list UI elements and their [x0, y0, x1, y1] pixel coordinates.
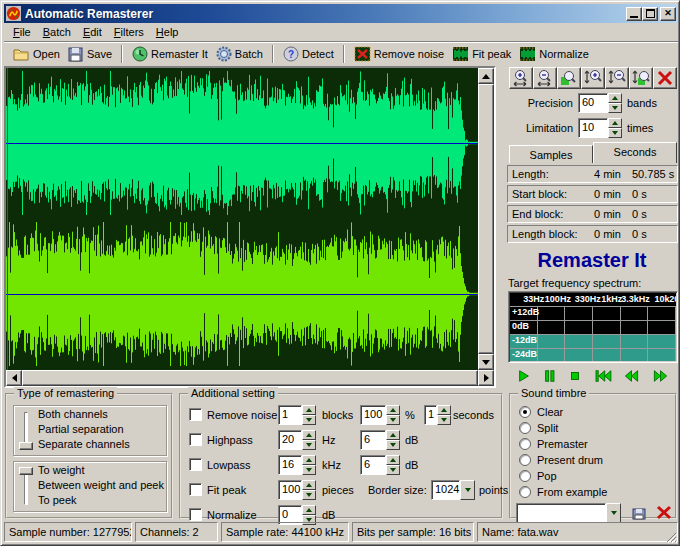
menu-filters[interactable]: Filters: [108, 25, 150, 39]
spin-down-button[interactable]: [608, 128, 622, 138]
timbre-option-split[interactable]: Split: [519, 421, 558, 435]
batch-button[interactable]: Batch: [212, 43, 267, 65]
scroll-left-button[interactable]: [6, 370, 22, 386]
horizontal-scroll-thumb[interactable]: [22, 370, 478, 386]
reset-zoom-icon[interactable]: [653, 67, 677, 89]
target-frequency-spectrum[interactable]: 33Hz 100Hz 330Hz 1kHz 3.3kHz 10k 20 +12d…: [508, 291, 678, 363]
pieces-stepper[interactable]: 100: [278, 480, 316, 500]
spin-up-button[interactable]: [302, 455, 316, 465]
tab-samples[interactable]: Samples: [509, 145, 593, 163]
option-between-weight-peek[interactable]: Between weight and peek: [38, 479, 164, 491]
remove-noise-checkbox[interactable]: [189, 408, 202, 421]
open-button[interactable]: Open: [9, 43, 64, 65]
radio-icon[interactable]: [519, 406, 531, 418]
timbre-option-from-example[interactable]: From example: [519, 485, 607, 499]
zoom-out-vertical-icon[interactable]: [605, 67, 629, 89]
radio-icon[interactable]: [519, 470, 531, 482]
spin-down-button[interactable]: [302, 440, 316, 450]
menu-batch[interactable]: Batch: [37, 25, 77, 39]
scroll-down-button[interactable]: [478, 354, 494, 370]
spin-up-button[interactable]: [302, 405, 316, 415]
highpass-checkbox[interactable]: [189, 433, 202, 446]
radio-icon[interactable]: [519, 454, 531, 466]
menu-edit[interactable]: Edit: [77, 25, 108, 39]
app-icon[interactable]: [6, 6, 21, 21]
zoom-in-horizontal-icon[interactable]: [509, 67, 533, 89]
lowpass-freq-stepper[interactable]: 16: [278, 455, 316, 475]
radio-icon[interactable]: [519, 486, 531, 498]
rewind-button[interactable]: [623, 369, 640, 383]
spin-up-button[interactable]: [386, 405, 400, 415]
percent-stepper[interactable]: 100: [360, 405, 400, 425]
weight-mode-slider[interactable]: [18, 466, 34, 507]
spin-down-button[interactable]: [302, 415, 316, 425]
spin-down-button[interactable]: [608, 103, 622, 113]
vertical-scrollbar[interactable]: [478, 68, 494, 370]
limitation-stepper[interactable]: 10: [578, 118, 622, 138]
spin-down-button[interactable]: [386, 465, 400, 475]
resize-grip[interactable]: [665, 531, 677, 543]
highpass-db-stepper[interactable]: 6: [360, 430, 400, 450]
remaster-it-button[interactable]: Remaster It: [128, 43, 212, 65]
zoom-out-horizontal-icon[interactable]: [533, 67, 557, 89]
skip-to-start-button[interactable]: [594, 369, 612, 383]
spin-up-button[interactable]: [302, 480, 316, 490]
highpass-freq-stepper[interactable]: 20: [278, 430, 316, 450]
option-both-channels[interactable]: Both channels: [38, 408, 108, 420]
slider-thumb[interactable]: [19, 442, 33, 450]
zoom-in-vertical-icon[interactable]: [581, 67, 605, 89]
timbre-option-pop[interactable]: Pop: [519, 469, 557, 483]
pause-button[interactable]: [543, 369, 557, 383]
spin-up-button[interactable]: [302, 430, 316, 440]
spin-down-button[interactable]: [302, 465, 316, 475]
spin-down-button[interactable]: [386, 415, 400, 425]
detect-button[interactable]: ? Detect: [279, 43, 338, 65]
option-separate-channels[interactable]: Separate channels: [38, 438, 130, 450]
option-partial-separation[interactable]: Partial separation: [38, 423, 124, 435]
channel-mode-slider[interactable]: [18, 410, 34, 451]
spin-up-button[interactable]: [608, 118, 622, 128]
save-button[interactable]: Save: [64, 43, 116, 65]
normalize-button[interactable]: Normalize: [515, 43, 593, 65]
timbre-option-present-drum[interactable]: Present drum: [519, 453, 603, 467]
maximize-button[interactable]: [642, 7, 658, 21]
limitation-value[interactable]: 10: [578, 118, 608, 138]
slider-thumb[interactable]: [19, 467, 33, 475]
seconds-stepper[interactable]: 1: [424, 405, 451, 425]
stop-button[interactable]: [568, 369, 582, 383]
horizontal-scrollbar[interactable]: [6, 370, 494, 386]
fit-peak-button[interactable]: Fit peak: [448, 43, 515, 65]
menu-file[interactable]: File: [7, 25, 37, 39]
fit-vertical-icon[interactable]: [629, 67, 653, 89]
border-size-dropdown[interactable]: 1024: [431, 480, 475, 500]
minimize-button[interactable]: [626, 7, 642, 21]
spin-up-button[interactable]: [302, 505, 316, 515]
dropdown-arrow-icon[interactable]: [460, 480, 475, 500]
option-to-weight[interactable]: To weight: [38, 464, 84, 476]
fast-forward-button[interactable]: [652, 369, 669, 383]
spin-up-button[interactable]: [386, 455, 400, 465]
lowpass-db-stepper[interactable]: 6: [360, 455, 400, 475]
scroll-up-button[interactable]: [478, 68, 494, 84]
vertical-scroll-thumb[interactable]: [478, 84, 494, 354]
fit-horizontal-icon[interactable]: [557, 67, 581, 89]
precision-value[interactable]: 60: [578, 93, 608, 113]
fit-peak-checkbox[interactable]: [189, 483, 202, 496]
spin-down-button[interactable]: [437, 415, 451, 425]
spectrum-grid[interactable]: 33Hz 100Hz 330Hz 1kHz 3.3kHz 10k 20 +12d…: [510, 293, 676, 361]
spin-up-button[interactable]: [386, 430, 400, 440]
radio-icon[interactable]: [519, 438, 531, 450]
scroll-right-button[interactable]: [478, 370, 494, 386]
spin-down-button[interactable]: [386, 440, 400, 450]
timbre-option-clear[interactable]: Clear: [519, 405, 563, 419]
spin-up-button[interactable]: [437, 405, 451, 415]
spin-down-button[interactable]: [302, 490, 316, 500]
option-to-peek[interactable]: To peek: [38, 494, 77, 506]
radio-icon[interactable]: [519, 422, 531, 434]
lowpass-checkbox[interactable]: [189, 458, 202, 471]
close-button[interactable]: ✕: [660, 7, 676, 21]
blocks-stepper[interactable]: 1: [278, 405, 316, 425]
play-button[interactable]: [517, 369, 531, 383]
menu-help[interactable]: Help: [150, 25, 185, 39]
spin-up-button[interactable]: [608, 93, 622, 103]
